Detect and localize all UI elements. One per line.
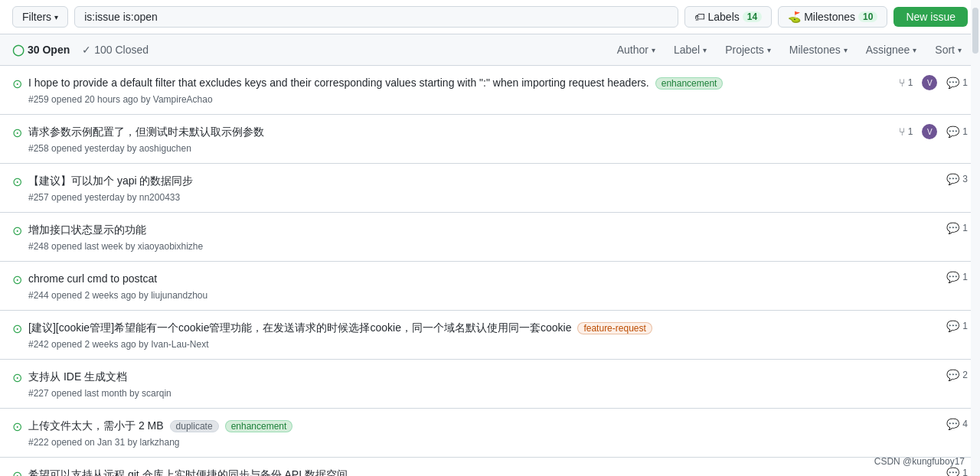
issue-title[interactable]: 希望可以支持从远程 git 仓库上实时便捷的同步与备份 API 数据空间 [28,467,348,476]
pr-icon: ⑂ [899,126,905,138]
issue-actions: 💬1 [946,222,968,234]
comment-icon: 💬 [946,77,959,89]
filter-chevron-icon: ▾ [54,13,58,21]
assignee-sort-button[interactable]: Assignee ▾ [860,41,923,59]
comment-icon: 💬 [946,320,959,332]
comment-count[interactable]: 💬1 [946,271,968,283]
open-issue-icon: ⊙ [12,126,22,140]
milestones-button[interactable]: ⛳ Milestones 10 [778,6,887,28]
comment-count[interactable]: 💬1 [946,222,968,234]
comment-count[interactable]: 💬4 [946,418,968,430]
issue-title[interactable]: I hope to provide a default filter that … [28,75,649,91]
author-sort-button[interactable]: Author ▾ [611,41,662,59]
comment-icon: 💬 [946,271,959,283]
new-issue-button[interactable]: New issue [893,7,968,27]
comment-icon: 💬 [946,173,959,185]
open-issue-icon: ⊙ [12,321,22,336]
issue-title[interactable]: 增加接口状态显示的功能 [28,222,146,238]
open-issue-icon: ⊙ [12,174,22,189]
issue-title[interactable]: 上传文件太大，需小于 2 MB [28,418,164,434]
comment-count[interactable]: 💬1 [946,467,968,476]
open-issue-icon: ⊙ [12,419,22,434]
pr-count[interactable]: ⑂1 [899,77,913,89]
issues-status-tabs: ◯ 30 Open ✓ 100 Closed [12,41,149,59]
milestones-sort-button[interactable]: Milestones ▾ [783,41,854,59]
comment-count[interactable]: 💬3 [946,173,968,185]
closed-tab[interactable]: ✓ 100 Closed [82,41,149,59]
filter-button[interactable]: Filters ▾ [12,6,68,28]
issue-actions: 💬4 [946,418,968,430]
issue-label-tag[interactable]: enhancement [225,420,293,432]
scrollbar-thumb[interactable] [972,8,978,54]
sort-chevron-icon: ▾ [958,46,962,54]
issue-content: I hope to provide a default filter that … [28,75,893,105]
issue-content: 增加接口状态显示的功能#248 opened last week by xiao… [28,222,940,252]
search-input[interactable] [74,6,678,28]
open-circle-icon: ◯ [12,44,24,56]
table-row: ⊙上传文件太大，需小于 2 MBduplicateenhancement#222… [0,409,980,458]
table-row: ⊙增加接口状态显示的功能#248 opened last week by xia… [0,213,980,262]
pr-count-value: 1 [908,126,913,137]
issue-actions: ⑂1V💬1 [899,75,968,90]
issues-sort-controls: Author ▾ Label ▾ Projects ▾ Milestones ▾… [611,41,968,59]
issue-content: 【建议】可以加个 yapi 的数据同步#257 opened yesterday… [28,173,940,203]
issue-title[interactable]: [建议][cookie管理]希望能有一个cookie管理功能，在发送请求的时候选… [28,320,571,336]
issue-meta: #258 opened yesterday by aoshiguchen [28,143,893,154]
issue-actions: 💬1 [946,467,968,476]
toolbar: Filters ▾ 🏷 Labels 14 ⛳ Milestones 10 Ne… [0,0,980,34]
avatar: V [922,75,937,90]
comment-count[interactable]: 💬1 [946,77,968,89]
comment-count[interactable]: 💬1 [946,126,968,138]
comment-count-value: 4 [962,419,968,429]
issue-meta: #259 opened 20 hours ago by VampireAchao [28,94,893,105]
author-chevron-icon: ▾ [652,46,655,54]
issue-content: 上传文件太大，需小于 2 MBduplicateenhancement#222 … [28,418,940,448]
issue-meta: #222 opened on Jan 31 by larkzhang [28,437,940,448]
sort-button[interactable]: Sort ▾ [929,41,968,59]
comment-count-value: 1 [962,321,968,331]
comment-count-value: 1 [962,468,968,476]
issue-label-tag[interactable]: feature-request [577,322,652,334]
comment-count-value: 1 [962,126,968,137]
comment-icon: 💬 [946,418,959,430]
table-row: ⊙I hope to provide a default filter that… [0,66,980,115]
issue-meta: #227 opened last month by scarqin [28,388,940,399]
issue-content: 希望可以支持从远程 git 仓库上实时便捷的同步与备份 API 数据空间#214… [28,467,940,476]
comment-icon: 💬 [946,369,959,381]
comment-count[interactable]: 💬2 [946,369,968,381]
scrollbar[interactable] [971,0,980,476]
projects-chevron-icon: ▾ [767,46,771,54]
comment-count[interactable]: 💬1 [946,320,968,332]
issue-actions: 💬2 [946,369,968,381]
open-count-label: 30 Open [28,44,70,56]
issue-label-tag[interactable]: enhancement [655,77,724,90]
table-row: ⊙chrome curl cmd to postcat#244 opened 2… [0,262,980,311]
issue-content: 请求参数示例配置了，但测试时未默认取示例参数#258 opened yester… [28,124,893,154]
comment-count-value: 3 [962,174,968,184]
issue-title[interactable]: 支持从 IDE 生成文档 [28,369,127,385]
issue-title[interactable]: 【建议】可以加个 yapi 的数据同步 [28,173,193,189]
open-tab[interactable]: ◯ 30 Open [12,41,70,59]
comment-icon: 💬 [946,222,959,234]
issue-title[interactable]: chrome curl cmd to postcat [28,271,157,287]
labels-button[interactable]: 🏷 Labels 14 [684,6,773,28]
issue-meta: #248 opened last week by xiaoyaobixhizhe [28,241,940,252]
milestones-count-badge: 10 [858,11,877,22]
pr-count[interactable]: ⑂1 [899,126,913,138]
avatar: V [922,124,937,139]
issue-title[interactable]: 请求参数示例配置了，但测试时未默认取示例参数 [28,124,264,140]
milestones-chevron-icon: ▾ [844,46,848,54]
issue-actions: ⑂1V💬1 [899,124,968,139]
issue-label-tag[interactable]: duplicate [170,420,219,432]
closed-check-icon: ✓ [82,44,91,56]
open-issue-icon: ⊙ [12,370,22,385]
label-sort-button[interactable]: Label ▾ [668,41,713,59]
projects-sort-button[interactable]: Projects ▾ [719,41,777,59]
pr-icon: ⑂ [899,77,905,89]
assignee-chevron-icon: ▾ [913,46,916,54]
filter-label: Filters [22,11,51,23]
issues-header: ◯ 30 Open ✓ 100 Closed Author ▾ Label ▾ … [0,34,980,66]
table-row: ⊙支持从 IDE 生成文档#227 opened last month by s… [0,360,980,409]
issue-meta: #257 opened yesterday by nn200433 [28,192,940,203]
table-row: ⊙希望可以支持从远程 git 仓库上实时便捷的同步与备份 API 数据空间#21… [0,458,980,476]
